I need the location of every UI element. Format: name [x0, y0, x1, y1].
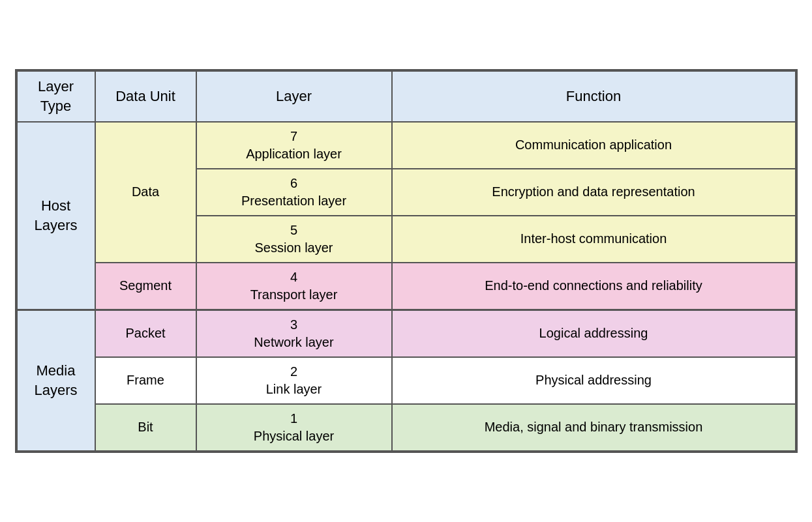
function-7: Communication application: [392, 122, 796, 169]
layer-type-media: Media Layers: [17, 310, 95, 451]
header-layer: Layer: [196, 71, 392, 121]
osi-model-table: Layer Type Data Unit Layer Function Host…: [15, 69, 798, 452]
layer-3: 3Network layer: [196, 310, 392, 357]
layer-5: 5Session layer: [196, 216, 392, 263]
data-unit-packet: Packet: [95, 310, 196, 357]
function-2: Physical addressing: [392, 357, 796, 404]
header-function: Function: [392, 71, 796, 121]
layer-type-host: Host Layers: [17, 122, 95, 310]
layer-7: 7Application layer: [196, 122, 392, 169]
data-unit-data: Data: [95, 122, 196, 263]
data-unit-frame: Frame: [95, 357, 196, 404]
function-3: Logical addressing: [392, 310, 796, 357]
data-unit-segment: Segment: [95, 263, 196, 310]
layer-6: 6Presentation layer: [196, 169, 392, 216]
function-1: Media, signal and binary transmission: [392, 404, 796, 451]
layer-2: 2Link layer: [196, 357, 392, 404]
layer-1: 1Physical layer: [196, 404, 392, 451]
layer-4: 4Transport layer: [196, 263, 392, 310]
function-4: End-to-end connections and reliability: [392, 263, 796, 310]
data-unit-bit: Bit: [95, 404, 196, 451]
header-layer-type: Layer Type: [17, 71, 95, 121]
function-6: Encryption and data representation: [392, 169, 796, 216]
header-data-unit: Data Unit: [95, 71, 196, 121]
function-5: Inter-host communication: [392, 216, 796, 263]
